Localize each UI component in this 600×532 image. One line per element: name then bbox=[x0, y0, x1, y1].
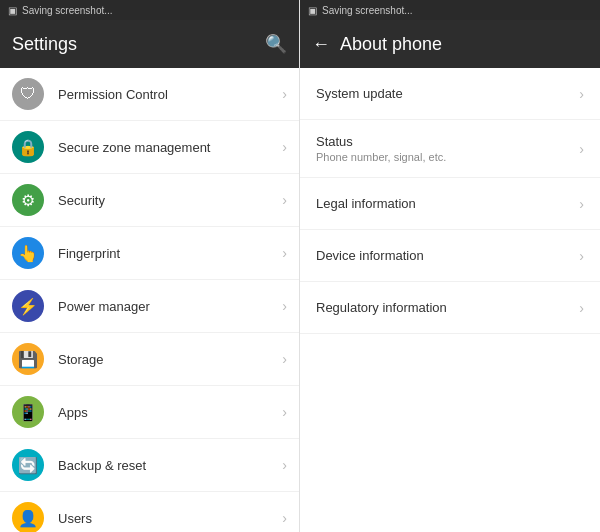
permission-control-arrow: › bbox=[282, 86, 287, 102]
left-header: Settings 🔍 bbox=[0, 20, 299, 68]
secure-zone-icon: 🔒 bbox=[12, 131, 44, 163]
settings-list: 🛡 Permission Control › 🔒 Secure zone man… bbox=[0, 68, 299, 532]
settings-item-backup-reset[interactable]: 🔄 Backup & reset › bbox=[0, 439, 299, 492]
status-title: Status bbox=[316, 134, 579, 149]
secure-zone-arrow: › bbox=[282, 139, 287, 155]
users-icon: 👤 bbox=[12, 502, 44, 532]
left-status-bar: ▣ Saving screenshot... bbox=[0, 0, 299, 20]
system-update-title: System update bbox=[316, 86, 579, 101]
about-item-regulatory-info[interactable]: Regulatory information › bbox=[300, 282, 600, 334]
apps-icon: 📱 bbox=[12, 396, 44, 428]
regulatory-info-arrow: › bbox=[579, 300, 584, 316]
settings-item-permission-control[interactable]: 🛡 Permission Control › bbox=[0, 68, 299, 121]
about-item-system-update[interactable]: System update › bbox=[300, 68, 600, 120]
backup-reset-icon: 🔄 bbox=[12, 449, 44, 481]
users-label: Users bbox=[58, 511, 282, 526]
device-info-arrow: › bbox=[579, 248, 584, 264]
legal-info-title: Legal information bbox=[316, 196, 579, 211]
fingerprint-arrow: › bbox=[282, 245, 287, 261]
settings-item-power-manager[interactable]: ⚡ Power manager › bbox=[0, 280, 299, 333]
secure-zone-label: Secure zone management bbox=[58, 140, 282, 155]
power-manager-arrow: › bbox=[282, 298, 287, 314]
settings-title: Settings bbox=[12, 34, 77, 55]
right-status-text: Saving screenshot... bbox=[322, 5, 413, 16]
storage-arrow: › bbox=[282, 351, 287, 367]
system-update-arrow: › bbox=[579, 86, 584, 102]
fingerprint-icon: 👆 bbox=[12, 237, 44, 269]
security-icon: ⚙ bbox=[12, 184, 44, 216]
about-phone-list: System update › Status Phone number, sig… bbox=[300, 68, 600, 532]
legal-info-content: Legal information bbox=[316, 196, 579, 211]
apps-label: Apps bbox=[58, 405, 282, 420]
storage-label: Storage bbox=[58, 352, 282, 367]
status-arrow: › bbox=[579, 141, 584, 157]
system-update-content: System update bbox=[316, 86, 579, 101]
settings-item-storage[interactable]: 💾 Storage › bbox=[0, 333, 299, 386]
power-manager-label: Power manager bbox=[58, 299, 282, 314]
left-panel: ▣ Saving screenshot... Settings 🔍 🛡 Perm… bbox=[0, 0, 300, 532]
left-status-text: Saving screenshot... bbox=[22, 5, 113, 16]
settings-item-apps[interactable]: 📱 Apps › bbox=[0, 386, 299, 439]
security-label: Security bbox=[58, 193, 282, 208]
legal-info-arrow: › bbox=[579, 196, 584, 212]
backup-reset-arrow: › bbox=[282, 457, 287, 473]
users-arrow: › bbox=[282, 510, 287, 526]
security-arrow: › bbox=[282, 192, 287, 208]
permission-control-icon: 🛡 bbox=[12, 78, 44, 110]
backup-reset-label: Backup & reset bbox=[58, 458, 282, 473]
fingerprint-label: Fingerprint bbox=[58, 246, 282, 261]
settings-item-secure-zone[interactable]: 🔒 Secure zone management › bbox=[0, 121, 299, 174]
right-panel: ▣ Saving screenshot... ← About phone Sys… bbox=[300, 0, 600, 532]
about-item-device-info[interactable]: Device information › bbox=[300, 230, 600, 282]
permission-control-label: Permission Control bbox=[58, 87, 282, 102]
about-phone-title: About phone bbox=[340, 34, 442, 55]
regulatory-info-content: Regulatory information bbox=[316, 300, 579, 315]
apps-arrow: › bbox=[282, 404, 287, 420]
settings-item-fingerprint[interactable]: 👆 Fingerprint › bbox=[0, 227, 299, 280]
power-manager-icon: ⚡ bbox=[12, 290, 44, 322]
right-status-bar: ▣ Saving screenshot... bbox=[300, 0, 600, 20]
about-item-legal-info[interactable]: Legal information › bbox=[300, 178, 600, 230]
settings-item-users[interactable]: 👤 Users › bbox=[0, 492, 299, 532]
about-item-status[interactable]: Status Phone number, signal, etc. › bbox=[300, 120, 600, 178]
screenshot-icon: ▣ bbox=[8, 5, 17, 16]
device-info-content: Device information bbox=[316, 248, 579, 263]
settings-item-security[interactable]: ⚙ Security › bbox=[0, 174, 299, 227]
right-header: ← About phone bbox=[300, 20, 600, 68]
back-button[interactable]: ← bbox=[312, 34, 330, 55]
search-icon[interactable]: 🔍 bbox=[265, 33, 287, 55]
status-subtitle: Phone number, signal, etc. bbox=[316, 151, 579, 163]
device-info-title: Device information bbox=[316, 248, 579, 263]
status-content: Status Phone number, signal, etc. bbox=[316, 134, 579, 163]
storage-icon: 💾 bbox=[12, 343, 44, 375]
screenshot-icon-right: ▣ bbox=[308, 5, 317, 16]
regulatory-info-title: Regulatory information bbox=[316, 300, 579, 315]
